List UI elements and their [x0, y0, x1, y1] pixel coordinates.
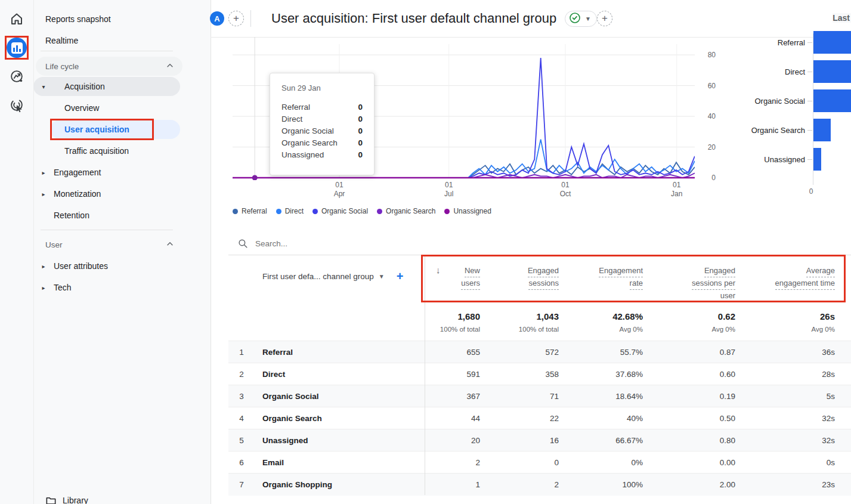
- sidebar-item-reports-snapshot[interactable]: Reports snapshot: [33, 10, 180, 29]
- sidebar-item-realtime[interactable]: Realtime: [33, 31, 180, 50]
- date-range-label[interactable]: Last: [833, 13, 851, 23]
- table-row[interactable]: 2Direct59135837.68%0.6028s: [228, 363, 851, 385]
- sidebar-item-acquisition[interactable]: ▾ Acquisition: [33, 77, 180, 96]
- table-row[interactable]: 5Unassigned201666.67%0.8032s: [228, 429, 851, 452]
- row-index: 2: [228, 363, 255, 385]
- header-divider: [250, 10, 251, 27]
- add-report-button[interactable]: +: [597, 11, 612, 26]
- add-comparison-button[interactable]: +: [228, 11, 244, 26]
- sidebar-item-label: Engagement: [54, 168, 101, 177]
- sidebar-item-label: User attributes: [54, 261, 108, 271]
- bar-tick: [807, 72, 812, 72]
- legend-item[interactable]: Referral: [233, 207, 267, 215]
- metric-value: 22: [480, 407, 559, 429]
- tooltip-row: Organic Search0: [281, 137, 363, 149]
- dimension-picker[interactable]: First user defa... channel group ▼ +: [262, 270, 403, 283]
- table-row[interactable]: 3Organic Social3677118.64%0.195s: [228, 385, 851, 407]
- sidebar-item-traffic-acquisition[interactable]: Traffic acquisition: [33, 141, 180, 160]
- bar-category-label: Organic Search: [710, 126, 805, 135]
- metric-value: 100%: [559, 474, 643, 496]
- metric-value: 0.80: [643, 429, 735, 452]
- bar[interactable]: [813, 60, 851, 83]
- chevron-up-icon[interactable]: [166, 61, 174, 72]
- metric-value: 0s: [735, 452, 835, 474]
- legend-label: Referral: [242, 207, 267, 215]
- metric-value: 358: [480, 363, 559, 385]
- metric-value: 2: [480, 474, 559, 496]
- sidebar-item-overview[interactable]: Overview: [33, 98, 180, 118]
- tooltip-label: Unassigned: [281, 149, 324, 161]
- bar[interactable]: [813, 31, 851, 54]
- totals-subtext: 100% of total: [425, 326, 480, 333]
- annotation-box-user-acquisition: [50, 119, 154, 140]
- sidebar-item-tech[interactable]: ▸ Tech: [33, 278, 180, 297]
- sidebar-item-user-attributes[interactable]: ▸ User attributes: [33, 256, 180, 276]
- search-input[interactable]: [254, 239, 435, 249]
- hover-point: [252, 175, 258, 181]
- bar[interactable]: [813, 148, 821, 171]
- y-tick-label: 80: [699, 51, 716, 59]
- bar-tick: [807, 130, 812, 131]
- chevron-expanded-icon[interactable]: ▾: [39, 84, 48, 90]
- sidebar-divider: [41, 51, 173, 51]
- rail-divider: [33, 0, 34, 504]
- legend-item[interactable]: Organic Social: [312, 207, 368, 215]
- bar[interactable]: [813, 119, 831, 141]
- metric-value: 591: [425, 363, 480, 385]
- chart-legend: ReferralDirectOrganic SocialOrganic Sear…: [233, 207, 491, 215]
- channel-name: Organic Shopping: [255, 474, 425, 496]
- advertising-icon[interactable]: [8, 97, 25, 113]
- annotation-box-reports-icon: [5, 36, 29, 60]
- home-icon[interactable]: [8, 10, 25, 27]
- sidebar-item-label: Traffic acquisition: [64, 146, 129, 156]
- sidebar-item-library[interactable]: Library: [33, 491, 180, 504]
- channel-name: Organic Social: [255, 385, 425, 407]
- row-index: 6: [228, 452, 255, 474]
- sidebar-item-label: Overview: [64, 103, 99, 113]
- table-row[interactable]: 4Organic Search442240%0.5032s: [228, 407, 851, 429]
- tooltip-value: 0: [358, 149, 363, 161]
- table-row[interactable]: 6Email200%0.000s: [228, 451, 851, 474]
- legend-label: Organic Search: [386, 207, 435, 215]
- chevron-right-icon[interactable]: ▸: [39, 263, 48, 270]
- metric-value: 71: [480, 385, 559, 407]
- add-dimension-button[interactable]: +: [397, 270, 404, 283]
- metric-value: 0.60: [643, 363, 735, 385]
- avatar[interactable]: A: [210, 11, 224, 26]
- sidebar-item-label: Tech: [54, 283, 72, 292]
- bar-category-label: Organic Social: [710, 97, 805, 106]
- sidebar-item-engagement[interactable]: ▸ Engagement: [33, 163, 180, 182]
- sidebar-divider: [41, 230, 173, 230]
- sidebar-item-label: Library: [63, 496, 88, 504]
- table-row[interactable]: 1Referral65557255.7%0.8736s: [228, 341, 851, 363]
- metric-value: 44: [425, 407, 480, 429]
- dimension-picker-label: First user defa... channel group: [262, 272, 374, 281]
- tooltip-row: Unassigned0: [281, 149, 363, 161]
- metric-value: 66.67%: [559, 429, 643, 452]
- chevron-right-icon[interactable]: ▸: [39, 191, 48, 197]
- bar-category-label: Direct: [710, 67, 805, 76]
- metric-value: 1: [425, 474, 480, 496]
- metric-value: 28s: [735, 363, 835, 385]
- legend-item[interactable]: Direct: [276, 207, 304, 215]
- chevron-right-icon[interactable]: ▸: [39, 169, 48, 176]
- tooltip-row: Referral0: [281, 101, 363, 113]
- metric-value: 20: [425, 429, 480, 452]
- report-status-pill[interactable]: ▼: [565, 11, 597, 27]
- legend-item[interactable]: Organic Search: [377, 207, 435, 215]
- sidebar-item-monetization[interactable]: ▸ Monetization: [33, 184, 180, 203]
- sidebar-section-user[interactable]: User: [36, 235, 182, 254]
- legend-dot: [377, 209, 382, 214]
- folder-icon: [45, 495, 57, 504]
- sidebar-item-retention[interactable]: Retention: [33, 206, 180, 225]
- metric-value: 0.87: [643, 341, 735, 363]
- table-row[interactable]: 7Organic Shopping12100%2.0023s: [228, 473, 851, 496]
- sidebar-section-lifecycle[interactable]: Life cycle: [36, 57, 182, 76]
- chevron-right-icon[interactable]: ▸: [39, 285, 48, 291]
- chevron-up-icon[interactable]: [166, 240, 174, 250]
- bar[interactable]: [813, 89, 851, 112]
- legend-item[interactable]: Unassigned: [444, 207, 491, 215]
- tooltip-label: Referral: [281, 101, 310, 113]
- explore-icon[interactable]: [8, 68, 25, 85]
- metric-value: 367: [425, 385, 480, 407]
